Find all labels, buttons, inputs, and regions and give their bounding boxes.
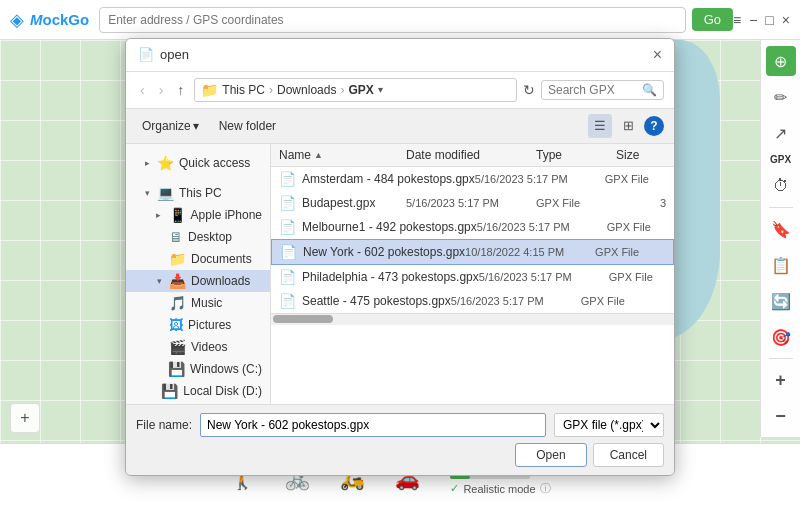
file-type-1: GPX File bbox=[536, 197, 616, 209]
file-icon-3: 📄 bbox=[280, 244, 297, 260]
dialog-footer: File name: GPX file (*.gpx) All files (*… bbox=[126, 404, 674, 475]
col-header-date[interactable]: Date modified bbox=[406, 148, 536, 162]
table-row[interactable]: 📄 Philadelphia - 473 pokestops.gpx 5/16/… bbox=[271, 265, 674, 289]
file-type-3: GPX File bbox=[595, 246, 674, 258]
pictures-icon: 🖼 bbox=[169, 317, 183, 333]
filename-label: File name: bbox=[136, 418, 192, 432]
this-pc-icon: 💻 bbox=[157, 185, 174, 201]
path-folder-icon: 📁 bbox=[201, 82, 218, 98]
dialog-overlay: 📄 open × ‹ › ↑ 📁 This PC › Downloads › G… bbox=[0, 0, 800, 513]
sidebar-label-music: Music bbox=[191, 296, 222, 310]
file-date-3: 10/18/2022 4:15 PM bbox=[465, 246, 595, 258]
file-name-1: Budapest.gpx bbox=[302, 196, 375, 210]
sidebar-item-windows-c[interactable]: 💾 Windows (C:) bbox=[126, 358, 270, 380]
path-item-downloads[interactable]: Downloads bbox=[277, 83, 336, 97]
file-name-0: Amsterdam - 484 pokestops.gpx bbox=[302, 172, 475, 186]
dialog-title-text: open bbox=[160, 47, 189, 62]
help-button[interactable]: ? bbox=[644, 116, 664, 136]
path-dropdown-button[interactable]: ▾ bbox=[378, 84, 383, 95]
filename-input[interactable] bbox=[200, 413, 546, 437]
file-type-2: GPX File bbox=[607, 221, 674, 233]
nav-back-button[interactable]: ‹ bbox=[136, 80, 149, 100]
file-type-4: GPX File bbox=[609, 271, 674, 283]
sidebar-item-local-disk[interactable]: 💾 Local Disk (D:) bbox=[126, 380, 270, 402]
file-icon-0: 📄 bbox=[279, 171, 296, 187]
organize-button[interactable]: Organize ▾ bbox=[136, 116, 205, 136]
file-list-header: Name ▲ Date modified Type Size bbox=[271, 144, 674, 167]
sidebar-item-apple-iphone[interactable]: ▸ 📱 Apple iPhone bbox=[126, 204, 270, 226]
toolbar-row: Organize ▾ New folder ☰ ⊞ ? bbox=[126, 109, 674, 144]
file-list-area: Name ▲ Date modified Type Size bbox=[271, 144, 674, 404]
sidebar-item-documents[interactable]: 📁 Documents bbox=[126, 248, 270, 270]
sidebar-label-desktop: Desktop bbox=[188, 230, 232, 244]
file-name-4: Philadelphia - 473 pokestops.gpx bbox=[302, 270, 479, 284]
view-grid-button[interactable]: ⊞ bbox=[616, 114, 640, 138]
sidebar-label-quick-access: Quick access bbox=[179, 156, 250, 170]
sidebar-item-pictures[interactable]: 🖼 Pictures bbox=[126, 314, 270, 336]
search-input[interactable] bbox=[548, 83, 638, 97]
nav-forward-button[interactable]: › bbox=[155, 80, 168, 100]
nav-refresh-button[interactable]: ↻ bbox=[523, 82, 535, 98]
file-size-1: 3 bbox=[616, 197, 666, 209]
dialog-title-bar: 📄 open × bbox=[126, 39, 674, 72]
sidebar-item-music[interactable]: 🎵 Music bbox=[126, 292, 270, 314]
nav-up-button[interactable]: ↑ bbox=[173, 80, 188, 100]
dialog-title: 📄 open bbox=[138, 47, 189, 62]
sidebar-label-windows-c: Windows (C:) bbox=[190, 362, 262, 376]
scrollbar-thumb[interactable] bbox=[273, 315, 333, 323]
col-type-label: Type bbox=[536, 148, 562, 162]
file-type-5: GPX File bbox=[581, 295, 661, 307]
sidebar-section-quickaccess: ▸ ⭐ Quick access bbox=[126, 148, 270, 178]
table-row[interactable]: 📄 Budapest.gpx 5/16/2023 5:17 PM GPX Fil… bbox=[271, 191, 674, 215]
windows-c-icon: 💾 bbox=[168, 361, 185, 377]
dialog-title-icon: 📄 bbox=[138, 47, 154, 62]
open-button[interactable]: Open bbox=[515, 443, 586, 467]
filetype-select[interactable]: GPX file (*.gpx) All files (*.*) bbox=[554, 413, 664, 437]
file-date-2: 5/16/2023 5:17 PM bbox=[477, 221, 607, 233]
table-row[interactable]: 📄 Amsterdam - 484 pokestops.gpx 5/16/202… bbox=[271, 167, 674, 191]
nav-bar: ‹ › ↑ 📁 This PC › Downloads › GPX ▾ ↻ 🔍 bbox=[126, 72, 674, 109]
path-item-thispc[interactable]: This PC bbox=[222, 83, 265, 97]
file-date-0: 5/16/2023 5:17 PM bbox=[475, 173, 605, 185]
new-folder-button[interactable]: New folder bbox=[213, 116, 282, 136]
sidebar-label-apple-iphone: Apple iPhone bbox=[191, 208, 262, 222]
col-header-size[interactable]: Size bbox=[616, 148, 666, 162]
sidebar-item-downloads[interactable]: ▾ 📥 Downloads bbox=[126, 270, 270, 292]
sidebar-label-pictures: Pictures bbox=[188, 318, 231, 332]
path-bar: 📁 This PC › Downloads › GPX ▾ bbox=[194, 78, 517, 102]
organize-label: Organize bbox=[142, 119, 191, 133]
file-date-4: 5/16/2023 5:17 PM bbox=[479, 271, 609, 283]
file-size-5: 3 bbox=[661, 295, 674, 307]
col-header-type[interactable]: Type bbox=[536, 148, 616, 162]
table-row[interactable]: 📄 Seattle - 475 pokestops.gpx 5/16/2023 … bbox=[271, 289, 674, 313]
col-name-label: Name bbox=[279, 148, 311, 162]
col-size-label: Size bbox=[616, 148, 639, 162]
sidebar-label-documents: Documents bbox=[191, 252, 252, 266]
action-row: Open Cancel bbox=[136, 443, 664, 467]
view-list-button[interactable]: ☰ bbox=[588, 114, 612, 138]
col-date-label: Date modified bbox=[406, 148, 480, 162]
sidebar-item-videos[interactable]: 🎬 Videos bbox=[126, 336, 270, 358]
col-header-name[interactable]: Name ▲ bbox=[279, 148, 406, 162]
file-name-5: Seattle - 475 pokestops.gpx bbox=[302, 294, 451, 308]
file-name-3: New York - 602 pokestops.gpx bbox=[303, 245, 465, 259]
path-item-gpx[interactable]: GPX bbox=[348, 83, 373, 97]
organize-arrow: ▾ bbox=[193, 119, 199, 133]
file-date-5: 5/16/2023 5:17 PM bbox=[451, 295, 581, 307]
dialog-close-button[interactable]: × bbox=[653, 47, 662, 63]
open-file-dialog: 📄 open × ‹ › ↑ 📁 This PC › Downloads › G… bbox=[125, 38, 675, 476]
apple-iphone-icon: 📱 bbox=[169, 207, 186, 223]
documents-icon: 📁 bbox=[169, 251, 186, 267]
toolbar-right: ☰ ⊞ ? bbox=[588, 114, 664, 138]
sidebar-item-quick-access[interactable]: ▸ ⭐ Quick access bbox=[126, 152, 270, 174]
sidebar-item-desktop[interactable]: 🖥 Desktop bbox=[126, 226, 270, 248]
file-icon-5: 📄 bbox=[279, 293, 296, 309]
local-disk-icon: 💾 bbox=[161, 383, 178, 399]
sidebar-label-local-disk: Local Disk (D:) bbox=[183, 384, 262, 398]
file-scrollbar[interactable] bbox=[271, 313, 674, 325]
table-row[interactable]: 📄 Melbourne1 - 492 pokestops.gpx 5/16/20… bbox=[271, 215, 674, 239]
sidebar-item-this-pc[interactable]: ▾ 💻 This PC bbox=[126, 182, 270, 204]
table-row[interactable]: 📄 New York - 602 pokestops.gpx 10/18/202… bbox=[271, 239, 674, 265]
cancel-button[interactable]: Cancel bbox=[593, 443, 664, 467]
sidebar-label-downloads: Downloads bbox=[191, 274, 250, 288]
